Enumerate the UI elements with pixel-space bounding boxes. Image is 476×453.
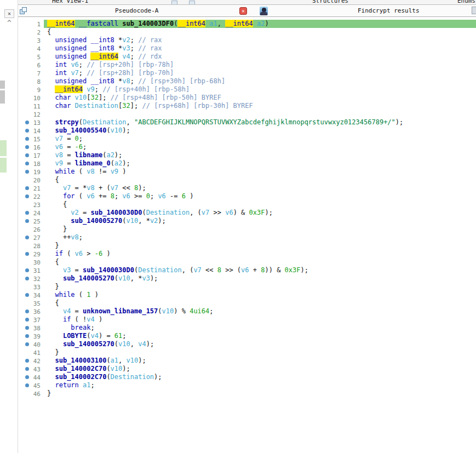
code-token[interactable]: *: [114, 44, 122, 52]
code-token[interactable]: 61: [114, 332, 122, 340]
code-token[interactable]: (: [75, 192, 87, 200]
code-line[interactable]: 43 sub_140002C70(v10);: [18, 365, 476, 373]
line-gutter[interactable]: 1: [18, 20, 44, 28]
toolbar-icon[interactable]: [189, 1, 195, 5]
code-token[interactable]: while: [55, 168, 74, 175]
code-token[interactable]: ;: [130, 53, 138, 60]
code-line[interactable]: 6 int v6; // [rsp+20h] [rbp-78h]: [18, 61, 476, 69]
code-token[interactable]: [79, 381, 83, 389]
toolbar-icon[interactable]: [171, 1, 177, 5]
code-token[interactable]: ) %: [174, 307, 190, 315]
code-token[interactable]: v9: [55, 159, 62, 167]
code-token[interactable]: ) &: [233, 209, 249, 216]
code-token[interactable]: {: [55, 258, 59, 266]
code-text[interactable]: {: [44, 258, 476, 266]
code-token[interactable]: *: [114, 77, 122, 85]
code-line[interactable]: 38 break;: [18, 324, 476, 332]
code-text[interactable]: int v6; // [rsp+20h] [rbp-78h]: [44, 61, 476, 69]
code-line[interactable]: 20 {: [18, 176, 476, 184]
code-line[interactable]: 33 }: [18, 283, 476, 291]
code-token[interactable]: int: [55, 61, 67, 68]
code-text[interactable]: int v7; // [rsp+28h] [rbp-70h]: [44, 69, 476, 77]
line-gutter[interactable]: 6: [18, 61, 44, 69]
code-token[interactable]: [75, 20, 79, 27]
code-token[interactable]: (: [106, 357, 110, 364]
code-token[interactable]: v6: [75, 250, 83, 257]
code-token[interactable]: 8: [111, 192, 114, 200]
code-token[interactable]: 0: [146, 192, 150, 200]
code-token[interactable]: {: [63, 200, 67, 208]
code-token[interactable]: "ABCDEFGHIJKLMNOPQRSTUVWXYZabcdefghijklm…: [134, 118, 395, 126]
line-gutter[interactable]: 20: [18, 176, 44, 184]
line-gutter[interactable]: 44: [18, 373, 44, 381]
code-token[interactable]: __int8: [90, 44, 114, 52]
line-gutter[interactable]: 35: [18, 299, 44, 307]
code-line[interactable]: 1__int64 __fastcall sub_140003DF0(__int6…: [18, 20, 476, 28]
code-token[interactable]: =: [63, 151, 75, 159]
code-line[interactable]: 15 v7 = 0;: [18, 135, 476, 143]
code-token[interactable]: for: [63, 192, 75, 200]
code-line[interactable]: 29 if ( v6 > -6 ): [18, 250, 476, 258]
code-line[interactable]: 46}: [18, 389, 476, 398]
code-token[interactable]: <<: [202, 266, 217, 274]
code-line[interactable]: 37 if ( !v4 ): [18, 316, 476, 324]
code-line[interactable]: 40 sub_140005270(v10, v4);: [18, 340, 476, 348]
code-token[interactable]: ];: [130, 102, 142, 110]
code-token[interactable]: }: [55, 348, 59, 356]
line-gutter[interactable]: 13: [18, 118, 44, 127]
code-token[interactable]: v7: [71, 69, 78, 77]
code-token[interactable]: v10: [111, 365, 123, 372]
code-line[interactable]: 17 v8 = libname(a2);: [18, 151, 476, 159]
code-token[interactable]: (: [122, 217, 126, 225]
code-token[interactable]: v8: [122, 77, 130, 85]
code-text[interactable]: }: [44, 225, 476, 233]
code-token[interactable]: =: [71, 266, 83, 274]
code-token[interactable]: return: [55, 381, 78, 389]
line-gutter[interactable]: 12: [18, 110, 44, 118]
line-gutter[interactable]: 32: [18, 274, 44, 283]
code-text[interactable]: __int64 v9; // [rsp+40h] [rbp-58h]: [44, 85, 476, 94]
code-token[interactable]: char: [55, 102, 71, 110]
code-token[interactable]: (: [106, 373, 110, 381]
code-token[interactable]: <<: [118, 184, 134, 192]
code-token[interactable]: sub_1400030D0: [83, 266, 134, 274]
code-token[interactable]: v4: [138, 340, 146, 348]
code-token[interactable]: =: [63, 143, 75, 151]
line-gutter[interactable]: 19: [18, 168, 44, 176]
line-gutter[interactable]: 5: [18, 53, 44, 61]
code-token[interactable]: ): [265, 20, 268, 27]
code-token[interactable]: 0x3F: [249, 209, 265, 216]
code-text[interactable]: unsigned __int8 *v8; // [rsp+30h] [rbp-6…: [44, 77, 476, 85]
code-token[interactable]: ,: [127, 118, 134, 126]
code-token[interactable]: libname: [75, 151, 103, 159]
code-token[interactable]: // [rsp+48h] [rbp-50h] BYREF: [111, 94, 221, 101]
code-text[interactable]: v3 = sub_1400030D0(Destination, (v7 << 8…: [44, 266, 476, 274]
line-gutter[interactable]: 40: [18, 340, 44, 348]
code-token[interactable]: v10: [127, 217, 139, 225]
view-window-icon[interactable]: [20, 7, 27, 15]
code-text[interactable]: v2 = sub_1400030D0(Destination, (v7 >> v…: [44, 209, 476, 217]
line-gutter[interactable]: 29: [18, 250, 44, 258]
tab-findcrypt-results[interactable]: Findcrypt results: [358, 5, 420, 17]
code-token[interactable]: sub_140003100: [55, 357, 106, 364]
code-token[interactable]: 4ui64: [190, 307, 209, 315]
code-token[interactable]: sub_1400030D0: [91, 209, 142, 216]
code-token[interactable]: __int8: [90, 36, 114, 44]
code-token[interactable]: while: [55, 291, 74, 299]
code-line[interactable]: 42 sub_140003100(a1, v10);: [18, 357, 476, 365]
line-gutter[interactable]: 43: [18, 365, 44, 373]
code-text[interactable]: v4 = unknown_libname_157(v10) % 4ui64;: [44, 307, 476, 316]
code-token[interactable]: );: [114, 151, 122, 159]
code-text[interactable]: while ( 1 ): [44, 291, 476, 299]
code-token[interactable]: sub_140003DF0: [122, 20, 174, 27]
code-token[interactable]: (: [111, 159, 114, 167]
code-text[interactable]: break;: [44, 324, 476, 332]
code-token[interactable]: v10: [118, 274, 130, 282]
line-gutter[interactable]: 16: [18, 143, 44, 151]
code-token[interactable]: (: [106, 365, 110, 372]
code-token[interactable]: v7: [55, 135, 62, 142]
line-gutter[interactable]: 41: [18, 348, 44, 357]
code-token[interactable]: LOBYTE: [63, 332, 87, 340]
code-token[interactable]: unsigned: [55, 36, 87, 44]
code-token[interactable]: , (: [182, 266, 194, 274]
